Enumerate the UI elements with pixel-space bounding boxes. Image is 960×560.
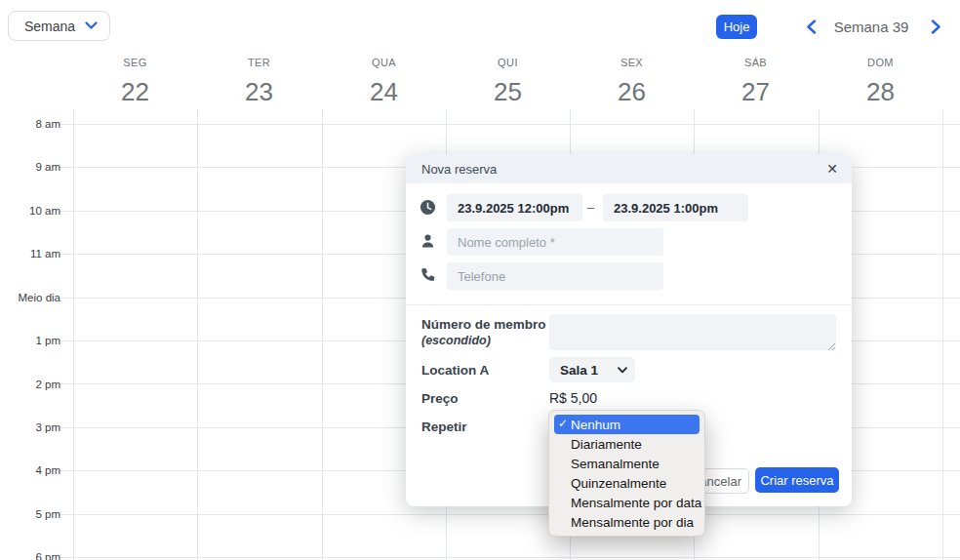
time-label: 2 pm xyxy=(0,378,60,391)
day-header-sab: SÁB 27 xyxy=(694,57,818,107)
day-header-seg: SEG 22 xyxy=(73,57,197,107)
repeat-label: Repetir xyxy=(421,420,467,434)
dropdown-option-mensalmente-dia[interactable]: Mensalmente por dia xyxy=(554,512,700,532)
time-label: 4 pm xyxy=(0,463,60,477)
resize-handle-icon[interactable] xyxy=(827,342,836,351)
create-reservation-button[interactable]: Criar reserva xyxy=(755,467,839,493)
chevron-right-icon[interactable] xyxy=(927,18,944,35)
today-button[interactable]: Hoje xyxy=(716,15,757,39)
divider xyxy=(406,304,852,305)
day-number: 27 xyxy=(694,77,818,107)
grid-vline xyxy=(322,109,323,560)
time-label: 8 am xyxy=(0,117,60,131)
day-number: 25 xyxy=(446,77,570,107)
grid-vline xyxy=(197,109,198,560)
dropdown-option-label: Quinzenalmente xyxy=(571,476,666,491)
dropdown-option-label: Diariamente xyxy=(571,437,642,452)
time-label: 1 pm xyxy=(0,334,60,347)
phone-input[interactable] xyxy=(447,262,663,290)
clock-icon xyxy=(420,199,436,216)
day-name: QUI xyxy=(446,57,570,68)
day-number: 22 xyxy=(73,77,197,107)
dropdown-option-semanalmente[interactable]: Semanalmente xyxy=(554,454,700,473)
dropdown-option-quinzenalmente[interactable]: Quinzenalmente xyxy=(554,473,700,493)
modal-header: Nova reserva ✕ xyxy=(406,154,852,183)
day-name: DOM xyxy=(819,57,942,68)
week-label: Semana 39 xyxy=(825,19,917,35)
day-number: 23 xyxy=(197,77,321,107)
day-name: TER xyxy=(197,57,321,68)
time-label: 6 pm xyxy=(0,550,60,560)
grid-vline xyxy=(73,109,74,560)
dropdown-option-diariamente[interactable]: Diariamente xyxy=(554,434,700,454)
price-label: Preço xyxy=(421,391,459,406)
day-name: SEX xyxy=(570,57,694,68)
room-select-value: Sala 1 xyxy=(560,363,598,378)
day-number: 24 xyxy=(322,77,446,107)
time-label: 9 am xyxy=(0,160,60,174)
day-header-ter: TER 23 xyxy=(197,57,321,107)
dropdown-option-label: Mensalmente por data xyxy=(571,496,701,510)
time-label: 11 am xyxy=(0,247,60,260)
day-header-dom: DOM 28 xyxy=(819,57,942,107)
price-value: R$ 5,00 xyxy=(549,390,597,406)
dropdown-option-mensalmente-data[interactable]: Mensalmente por data xyxy=(554,493,700,512)
person-icon xyxy=(420,233,436,250)
day-number: 28 xyxy=(819,77,942,107)
dropdown-option-label: Nenhum xyxy=(571,418,620,432)
chevron-left-icon[interactable] xyxy=(802,18,820,35)
view-selector-button[interactable]: Semana xyxy=(8,11,110,41)
dropdown-option-label: Mensalmente por dia xyxy=(571,515,694,530)
time-range-separator: – xyxy=(587,200,594,215)
day-name: SEG xyxy=(73,57,197,68)
full-name-input[interactable] xyxy=(447,228,663,256)
time-label: 5 pm xyxy=(0,507,60,521)
dropdown-option-label: Semanalmente xyxy=(571,457,660,471)
checkmark-icon: ✓ xyxy=(558,417,568,430)
start-time-input[interactable] xyxy=(447,194,582,221)
member-number-label: Número de membro xyxy=(421,317,546,332)
end-time-input[interactable] xyxy=(603,194,748,221)
day-header-sex: SEX 26 xyxy=(570,57,694,107)
time-label: 10 am xyxy=(0,204,60,218)
time-label: Meio dia xyxy=(0,291,60,304)
repeat-dropdown-menu: ✓ Nenhum Diariamente Semanalmente Quinze… xyxy=(548,410,705,537)
phone-icon xyxy=(420,267,436,284)
day-name: SÁB xyxy=(694,57,818,68)
grid-vline xyxy=(942,109,943,560)
member-number-sublabel: (escondido) xyxy=(421,334,491,347)
time-label: 3 pm xyxy=(0,420,60,434)
close-icon[interactable]: ✕ xyxy=(824,160,840,178)
chevron-down-icon xyxy=(85,21,98,30)
day-number: 26 xyxy=(570,77,694,107)
day-name: QUA xyxy=(322,57,446,68)
dropdown-option-nenhum[interactable]: ✓ Nenhum xyxy=(554,415,700,434)
member-number-textarea[interactable] xyxy=(549,314,836,350)
view-selector-label: Semana xyxy=(24,19,75,34)
day-header-qua: QUA 24 xyxy=(322,57,446,107)
day-header-qui: QUI 25 xyxy=(446,57,570,107)
room-select[interactable]: Sala 1 xyxy=(549,357,635,382)
chevron-down-icon xyxy=(618,367,627,374)
location-label: Location A xyxy=(421,363,489,378)
modal-title: Nova reserva xyxy=(421,162,824,177)
